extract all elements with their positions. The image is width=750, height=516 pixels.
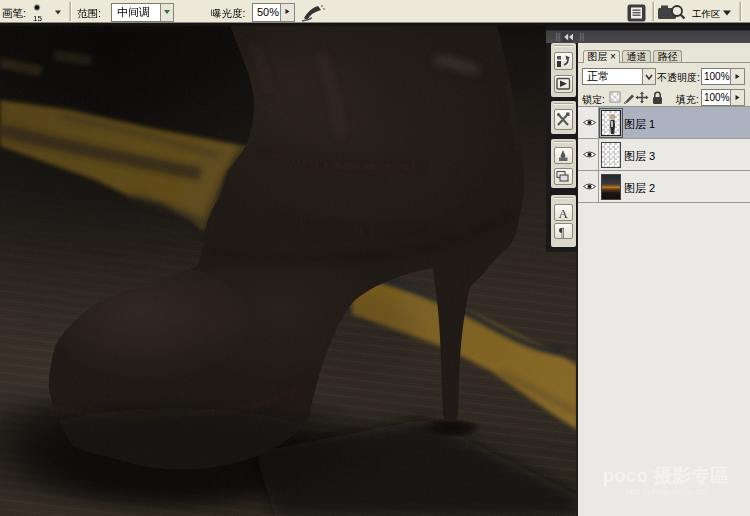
svg-text:¶: ¶ (559, 225, 565, 238)
svg-text:A: A (559, 206, 569, 221)
svg-text:15: 15 (33, 14, 42, 23)
